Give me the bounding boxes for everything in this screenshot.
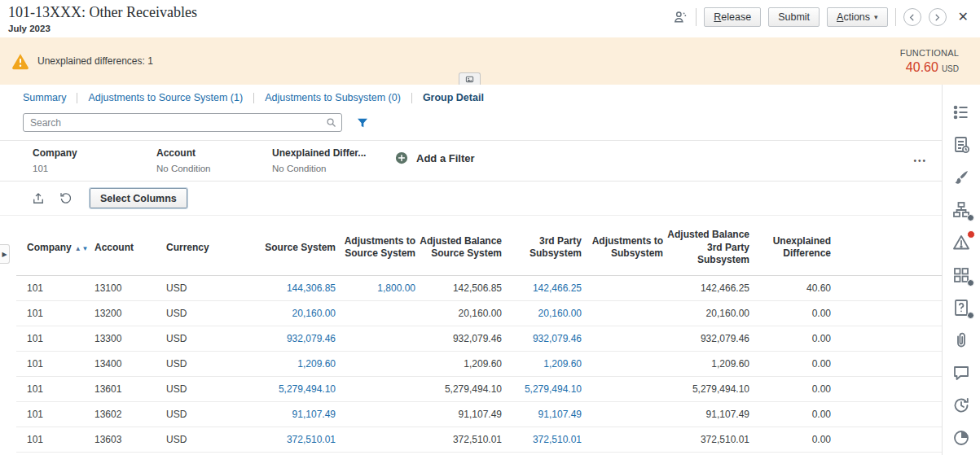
cell-adjusted-balance-3rd-party-subsystem: 91,107.49: [663, 401, 749, 427]
currency-code: USD: [942, 64, 959, 73]
search-input[interactable]: [23, 113, 342, 132]
attachments-icon[interactable]: [951, 330, 971, 350]
table-row[interactable]: 10113400USD1,209.601,209.601,209.601,209…: [16, 351, 942, 376]
filler-cell: [831, 351, 942, 376]
cell-adjusted-balance-source-system: 91,107.49: [415, 401, 502, 427]
collapse-summary-button[interactable]: [459, 72, 481, 85]
cell-source-system[interactable]: 5,279,494.10: [244, 376, 336, 401]
properties-icon[interactable]: [951, 135, 971, 155]
cell-company: 101: [16, 427, 94, 452]
actions-button[interactable]: Actions▾: [827, 7, 888, 27]
add-filter-button[interactable]: Add a Filter: [394, 151, 475, 165]
submit-button[interactable]: Submit: [768, 7, 820, 27]
column-label: Adjustments to Source System: [345, 235, 415, 260]
table-row[interactable]: 10113100USD144,306.851,800.00142,506.851…: [16, 275, 942, 300]
alert-badge: [967, 230, 975, 238]
filter-item-unexplained-differ[interactable]: Unexplained Differ...No Condition: [272, 147, 383, 173]
column-header-adjustments-to-subsystem[interactable]: Adjustments to Subsystem: [582, 216, 663, 275]
cell-company: 101: [16, 351, 94, 376]
cell-source-system[interactable]: 372,510.01: [244, 427, 336, 452]
column-header-unexplained-difference[interactable]: Unexplained Difference: [749, 216, 831, 275]
filter-name: Company: [33, 147, 148, 159]
column-header-currency[interactable]: Currency: [166, 216, 244, 275]
cell-adjusted-balance-3rd-party-subsystem: 20,160.00: [663, 300, 749, 326]
cell-source-system[interactable]: 932,079.46: [244, 326, 336, 351]
cell-adjustments-to-source-system: [336, 401, 415, 427]
close-icon[interactable]: ✕: [958, 11, 969, 24]
cell-source-system[interactable]: 20,160.00: [244, 300, 336, 326]
cell-3rd-party-subsystem[interactable]: 5,279,494.10: [502, 376, 582, 401]
column-label: Adjustments to Subsystem: [592, 235, 663, 260]
table-row[interactable]: 10113602USD91,107.4991,107.4991,107.4991…: [16, 401, 942, 427]
table-row[interactable]: 10113603USD372,510.01372,510.01372,510.0…: [16, 427, 942, 452]
table-body: 10113100USD144,306.851,800.00142,506.851…: [16, 275, 942, 452]
sort-ascending-icon[interactable]: ▲: [75, 245, 81, 252]
table-row[interactable]: 10113200USD20,160.0020,160.0020,160.0020…: [16, 300, 942, 326]
cell-unexplained-difference: 40.60: [749, 275, 831, 300]
filler-cell: [831, 326, 942, 351]
column-header-3rd-party-subsystem[interactable]: 3rd Party Subsystem: [502, 216, 582, 275]
tab-adjustments-to-source-system-1[interactable]: Adjustments to Source System (1): [88, 92, 243, 103]
list-view-icon[interactable]: [951, 103, 971, 122]
cell-adjusted-balance-3rd-party-subsystem: 1,209.60: [663, 351, 749, 376]
column-label: Company: [27, 242, 72, 253]
expand-panel-button[interactable]: ▶: [0, 244, 10, 264]
cell-3rd-party-subsystem[interactable]: 932,079.46: [502, 326, 582, 351]
export-icon[interactable]: [31, 191, 46, 206]
tab-summary[interactable]: Summary: [23, 92, 66, 103]
dashboard-icon[interactable]: [951, 265, 971, 285]
cell-company: 101: [16, 326, 94, 351]
comments-icon[interactable]: [951, 363, 971, 383]
next-reconciliation-button[interactable]: [929, 8, 947, 26]
release-button[interactable]: Release: [704, 7, 761, 27]
column-header-adjusted-balance-3rd-party-subsystem[interactable]: Adjusted Balance 3rd Party Subsystem: [663, 216, 749, 275]
cell-source-system[interactable]: 91,107.49: [244, 401, 336, 427]
cell-company: 101: [16, 401, 94, 427]
format-icon[interactable]: [951, 168, 971, 187]
cell-3rd-party-subsystem[interactable]: 20,160.00: [502, 300, 582, 326]
tab-group-detail[interactable]: Group Detail: [423, 92, 484, 103]
app-window: 101-13XXX: Other Receivables July 2023 R…: [0, 0, 980, 455]
filter-item-company[interactable]: Company101: [33, 147, 156, 173]
filler-cell: [831, 275, 942, 300]
sort-descending-icon[interactable]: ▼: [82, 245, 89, 252]
column-header-account[interactable]: Account: [94, 216, 166, 275]
filter-item-account[interactable]: AccountNo Condition: [156, 147, 272, 173]
cell-source-system[interactable]: 144,306.85: [244, 275, 336, 300]
history-icon[interactable]: [951, 396, 971, 415]
column-header-adjustments-to-source-system[interactable]: Adjustments to Source System: [336, 216, 415, 275]
cell-3rd-party-subsystem[interactable]: 142,466.25: [502, 275, 582, 300]
header: 101-13XXX: Other Receivables July 2023 R…: [0, 0, 980, 37]
cell-adjusted-balance-3rd-party-subsystem: 5,279,494.10: [663, 376, 749, 401]
actions-button-label: Actions: [837, 11, 870, 23]
column-header-adjusted-balance-source-system[interactable]: Adjusted Balance Source System: [415, 216, 502, 275]
cell-adjusted-balance-source-system: 932,079.46: [415, 326, 502, 351]
cell-adjustments-to-source-system[interactable]: 1,800.00: [336, 275, 415, 300]
table-row[interactable]: 10113601USD5,279,494.105,279,494.105,279…: [16, 376, 942, 401]
cell-3rd-party-subsystem[interactable]: 1,209.60: [502, 351, 582, 376]
table-row[interactable]: 10113300USD932,079.46932,079.46932,079.4…: [16, 326, 942, 351]
filter-funnel-icon[interactable]: [356, 116, 369, 129]
questions-icon[interactable]: [951, 298, 971, 317]
time-icon[interactable]: [951, 428, 971, 448]
search-icon[interactable]: [325, 116, 337, 129]
column-header-source-system[interactable]: Source System: [244, 216, 336, 275]
user-workflow-icon[interactable]: [672, 9, 688, 25]
cell-3rd-party-subsystem[interactable]: 372,510.01: [502, 427, 582, 452]
cell-source-system[interactable]: 1,209.60: [244, 351, 336, 376]
previous-reconciliation-button[interactable]: [903, 8, 921, 26]
tab-adjustments-to-subsystem-0[interactable]: Adjustments to Subsystem (0): [265, 92, 401, 103]
sort-icons[interactable]: ▲▼: [75, 242, 89, 253]
refresh-icon[interactable]: [59, 191, 73, 206]
filler-cell: [831, 401, 942, 427]
search-box: [23, 113, 342, 132]
workflow-icon[interactable]: [951, 200, 971, 220]
alerts-icon[interactable]: [951, 233, 971, 252]
cell-account: 13601: [94, 376, 166, 401]
tab-separator: [411, 93, 412, 103]
cell-3rd-party-subsystem[interactable]: 91,107.49: [502, 401, 582, 427]
column-header-company[interactable]: Company▲▼: [16, 216, 94, 275]
filter-overflow-button[interactable]: •••: [913, 156, 927, 165]
select-columns-button[interactable]: Select Columns: [90, 188, 187, 208]
warning-banner: Unexplained differences: 1 FUNCTIONAL 40…: [0, 37, 980, 85]
